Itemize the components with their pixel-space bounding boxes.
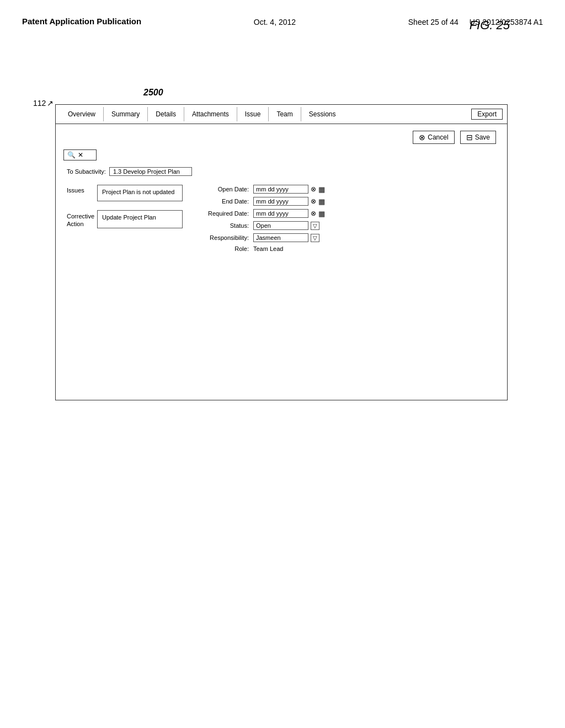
responsibility-input[interactable]: Jasmeen [253,233,308,242]
left-content: Issues Project Plan is not updated Corre… [67,185,183,255]
status-row: Status: Open ▽ [199,221,496,230]
cancel-icon: ⊗ [419,133,425,142]
required-date-clear-icon[interactable]: ⊗ [311,210,316,217]
tab-summary[interactable]: Summary [104,107,148,121]
open-date-row: Open Date: mm dd yyyy ⊗ ▦ [199,185,496,194]
responsibility-row: Responsibility: Jasmeen ▽ [199,233,496,242]
corrective-section: Corrective Action Update Project Plan [67,210,183,228]
role-value: Team Lead [253,245,283,252]
panel-body: ⊗ Cancel ⊟ Save 🔍 ✕ To Subactiv [56,124,507,400]
publication-date: Oct. 4, 2012 [254,15,296,26]
search-icon: 🔍 [67,151,76,159]
lower-content: Issues Project Plan is not updated Corre… [67,185,496,255]
end-date-row: End Date: mm dd yyyy ⊗ ▦ [199,197,496,206]
tab-team[interactable]: Team [269,107,301,121]
tab-details[interactable]: Details [148,107,184,121]
tab-issue[interactable]: Issue [237,107,269,121]
required-date-calendar-icon[interactable]: ▦ [318,210,325,218]
tabs-container: Overview Summary Details Attachments Iss… [60,107,471,121]
required-date-input[interactable]: mm dd yyyy [253,209,308,218]
search-row: 🔍 ✕ [61,149,502,160]
corrective-input[interactable]: Update Project Plan [97,210,183,228]
issue-item: Project Plan is not updated [102,189,178,195]
tab-sessions[interactable]: Sessions [301,107,344,121]
issues-content: Project Plan is not updated [97,185,183,201]
search-box[interactable]: 🔍 ✕ [63,149,97,160]
status-label: Status: [199,222,249,229]
tab-header-section: Overview Summary Details Attachments Iss… [56,105,507,124]
end-date-calendar-icon[interactable]: ▦ [318,197,325,206]
end-date-label: End Date: [199,198,249,205]
role-row: Role: Team Lead [199,245,496,252]
role-label: Role: [199,245,249,252]
close-icon[interactable]: ✕ [78,151,83,159]
cancel-button[interactable]: ⊗ Cancel [413,131,454,144]
required-date-row: Required Date: mm dd yyyy ⊗ ▦ [199,209,496,218]
open-date-calendar-icon[interactable]: ▦ [318,185,325,194]
end-date-clear-icon[interactable]: ⊗ [311,197,316,205]
publication-title: Patent Application Publication [22,15,141,27]
end-date-input[interactable]: mm dd yyyy [253,197,308,206]
status-input[interactable]: Open [253,221,308,230]
open-date-input[interactable]: mm dd yyyy [253,185,308,194]
open-date-label: Open Date: [199,186,249,192]
open-date-clear-icon[interactable]: ⊗ [311,185,316,193]
subactivity-input[interactable]: 1.3 Develop Project Plan [109,167,192,176]
subactivity-label: To Subactivity: [67,168,106,175]
required-date-label: Required Date: [199,210,249,217]
export-button[interactable]: Export [471,109,503,120]
ui-panel: Overview Summary Details Attachments Iss… [55,104,508,400]
ref-2500: 2500 [143,88,163,98]
status-dropdown-icon[interactable]: ▽ [311,222,319,230]
save-button[interactable]: ⊟ Save [460,131,496,144]
responsibility-dropdown-icon[interactable]: ▽ [311,234,319,242]
responsibility-label: Responsibility: [199,234,249,241]
action-buttons: ⊗ Cancel ⊟ Save [61,131,502,144]
issues-label: Issues [67,185,97,201]
corrective-label: Corrective Action [67,210,97,228]
form-fields-area: Open Date: mm dd yyyy ⊗ ▦ End Date: mm d… [188,185,496,255]
subactivity-row: To Subactivity: 1.3 Develop Project Plan [67,167,496,176]
issues-section: Issues Project Plan is not updated [67,185,183,201]
tab-overview[interactable]: Overview [60,107,104,121]
ref-112: 112↗ [33,99,54,108]
save-icon: ⊟ [466,133,473,142]
tab-attachments[interactable]: Attachments [184,107,237,121]
main-content: 112↗ 2500 Overview Summary Details Attac… [0,33,565,66]
form-content: To Subactivity: 1.3 Develop Project Plan… [61,167,502,255]
sheet-info: Sheet 25 of 44 [408,15,459,26]
fig-label: FIG. 25 [470,18,510,33]
